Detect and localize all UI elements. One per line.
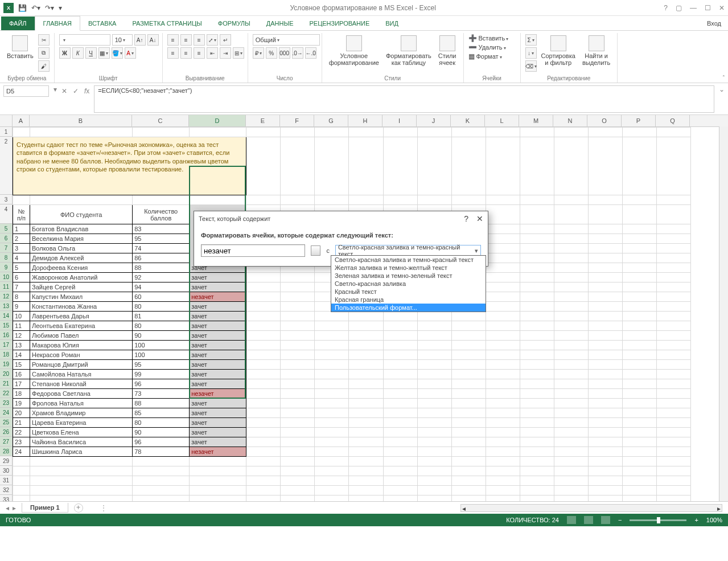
row-header[interactable]: 31 (0, 476, 13, 485)
row-header[interactable]: 12 (0, 292, 13, 301)
help-icon[interactable]: ? (664, 4, 668, 12)
column-header[interactable]: G (314, 115, 348, 126)
column-header[interactable]: E (246, 115, 280, 126)
column-header[interactable]: F (280, 115, 314, 126)
tab-review[interactable]: РЕЦЕНЗИРОВАНИЕ (301, 17, 377, 30)
redo-icon[interactable]: ↷▾ (45, 4, 54, 12)
normal-view-icon[interactable] (567, 516, 576, 524)
row-header[interactable]: 4 (0, 204, 13, 224)
column-header[interactable]: J (417, 115, 451, 126)
decrease-font-icon[interactable]: A↓ (147, 34, 159, 46)
row-header[interactable]: 2 (0, 137, 13, 195)
zoom-slider[interactable] (630, 519, 686, 521)
percent-icon[interactable]: % (266, 47, 277, 59)
increase-decimal-icon[interactable]: .0→ (292, 47, 303, 59)
minimize-icon[interactable]: — (690, 4, 697, 12)
row-header[interactable]: 19 (0, 359, 13, 369)
row-header[interactable]: 21 (0, 379, 13, 388)
column-header[interactable]: L (485, 115, 519, 126)
page-break-view-icon[interactable] (601, 516, 610, 524)
align-top-icon[interactable]: ≡ (167, 34, 179, 46)
sort-filter-button[interactable]: Сортировка и фильтр (539, 34, 578, 67)
format-as-table-button[interactable]: Форматировать как таблицу (384, 34, 434, 67)
column-header[interactable]: B (30, 115, 132, 126)
undo-icon[interactable]: ↶▾ (31, 4, 40, 12)
row-header[interactable]: 27 (0, 437, 13, 447)
bold-icon[interactable]: Ж (59, 47, 71, 59)
row-header[interactable]: 23 (0, 398, 13, 408)
row-header[interactable]: 3 (0, 195, 13, 204)
row-header[interactable]: 7 (0, 243, 13, 253)
decrease-indent-icon[interactable]: ⇤ (207, 47, 218, 59)
row-header[interactable]: 8 (0, 253, 13, 263)
enter-formula-icon[interactable]: ✓ (73, 87, 79, 95)
sheet-nav-prev-icon[interactable]: ◂ (6, 504, 9, 512)
new-sheet-icon[interactable]: + (74, 503, 83, 513)
dropdown-option[interactable]: Желтая заливка и темно-желтый текст (331, 264, 486, 272)
tab-data[interactable]: ДАННЫЕ (258, 17, 302, 30)
expand-formula-bar-icon[interactable]: ⌄ (719, 85, 725, 93)
cancel-formula-icon[interactable]: ✕ (61, 87, 67, 95)
row-header[interactable]: 10 (0, 272, 13, 282)
dropdown-option[interactable]: Красный текст (331, 288, 486, 296)
row-header[interactable]: 1 (0, 127, 13, 137)
column-header[interactable]: O (587, 115, 622, 126)
row-header[interactable]: 18 (0, 350, 13, 359)
ribbon-display-icon[interactable]: ▢ (676, 4, 682, 12)
dropdown-option[interactable]: Красная граница (331, 296, 486, 304)
cut-icon[interactable]: ✂ (38, 34, 50, 46)
cell-styles-button[interactable]: Стили ячеек (436, 34, 459, 67)
fill-icon[interactable]: ↓ (525, 47, 537, 59)
horizontal-scrollbar[interactable]: ◂▸ (460, 504, 722, 512)
row-header[interactable]: 29 (0, 456, 13, 466)
row-header[interactable]: 30 (0, 466, 13, 476)
column-header[interactable]: D (189, 115, 246, 126)
decrease-decimal-icon[interactable]: ←.0 (305, 47, 316, 59)
increase-font-icon[interactable]: A↑ (134, 34, 146, 46)
column-header[interactable]: K (451, 115, 485, 126)
dropdown-option[interactable]: Зеленая заливка и темно-зеленый текст (331, 272, 486, 280)
italic-icon[interactable]: К (72, 47, 84, 59)
row-header[interactable]: 5 (0, 224, 13, 234)
column-header[interactable]: M (519, 115, 553, 126)
wrap-text-icon[interactable]: ↵ (220, 34, 231, 46)
file-tab[interactable]: ФАЙЛ (1, 17, 35, 30)
row-header[interactable]: 24 (0, 408, 13, 417)
tab-insert[interactable]: ВСТАВКА (80, 17, 124, 30)
dialog-format-combo[interactable]: Светло-красная заливка и темно-красный т… (335, 245, 481, 256)
row-header[interactable]: 33 (0, 495, 13, 501)
save-icon[interactable]: 💾 (18, 4, 27, 12)
format-cells-icon[interactable]: ▦ (468, 52, 475, 60)
dropdown-option[interactable]: Светло-красная заливка и темно-красный т… (331, 256, 486, 264)
align-middle-icon[interactable]: ≡ (180, 34, 192, 46)
align-bottom-icon[interactable]: ≡ (194, 34, 205, 46)
font-family-combo[interactable] (59, 34, 110, 46)
dialog-help-icon[interactable]: ? (464, 214, 468, 223)
find-select-button[interactable]: Найти и выделить (580, 34, 612, 67)
row-header[interactable]: 6 (0, 234, 13, 243)
orientation-icon[interactable]: ⤢ (207, 34, 218, 46)
insert-label[interactable]: Вставить (479, 35, 509, 42)
conditional-formatting-button[interactable]: Условное форматирование (327, 34, 381, 67)
autosum-icon[interactable]: Σ (525, 34, 537, 46)
select-all-corner[interactable] (0, 115, 13, 126)
copy-icon[interactable]: ⧉ (38, 47, 50, 59)
dropdown-option[interactable]: Светло-красная заливка (331, 280, 486, 288)
merge-icon[interactable]: ⊞ (233, 47, 244, 59)
column-header[interactable]: Q (656, 115, 690, 126)
delete-cells-icon[interactable]: ➖ (468, 43, 477, 51)
fx-icon[interactable]: fx (84, 87, 89, 95)
column-header[interactable]: H (348, 115, 382, 126)
name-box[interactable]: D5 (3, 85, 49, 97)
sheet-tab[interactable]: Пример 1 (22, 503, 68, 513)
row-header[interactable]: 13 (0, 301, 13, 311)
clear-icon[interactable]: ⌫ (525, 60, 537, 72)
paste-button[interactable]: Вставить (5, 34, 36, 60)
row-header[interactable]: 15 (0, 321, 13, 330)
column-header[interactable]: P (622, 115, 656, 126)
column-header[interactable]: A (13, 115, 30, 126)
zoom-out-icon[interactable]: − (618, 517, 622, 523)
dropdown-option[interactable]: Пользовательский формат... (331, 304, 486, 312)
column-header[interactable]: I (382, 115, 417, 126)
comma-icon[interactable]: 000 (279, 47, 290, 59)
